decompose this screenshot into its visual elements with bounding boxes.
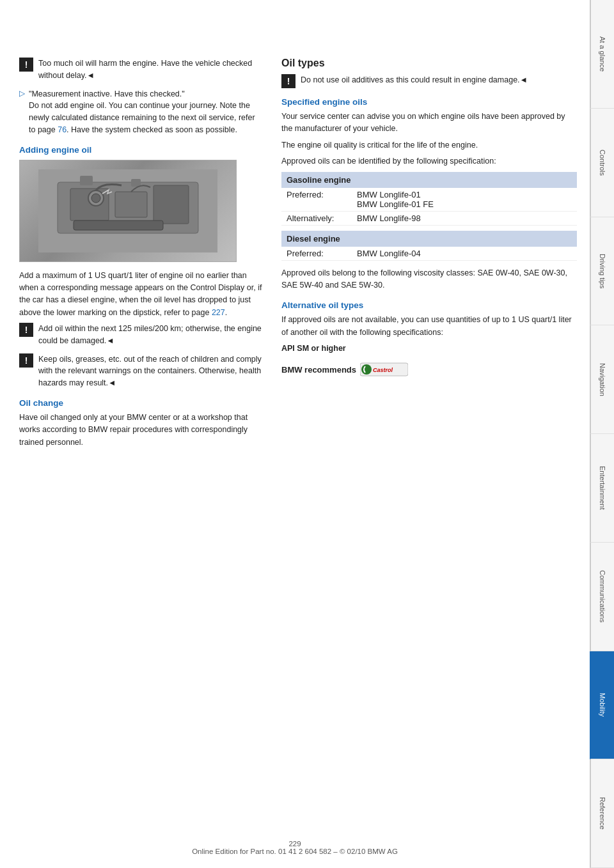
- diesel-table-header: Diesel engine: [281, 231, 577, 247]
- warning-text-1: Too much oil will harm the engine. Have …: [38, 58, 262, 82]
- alternative-oil-heading: Alternative oil types: [281, 300, 577, 310]
- warning-text-2: Add oil within the next 125 miles/200 km…: [38, 323, 262, 347]
- bullet-content: "Measurement inactive. Have this checked…: [29, 88, 262, 136]
- gasoline-row-alternatively: Alternatively: BMW Longlife-98: [281, 212, 577, 226]
- gasoline-alternatively-value: BMW Longlife-98: [357, 213, 572, 223]
- warning-oil-additives: ! Do not use oil additives as this could…: [281, 74, 577, 88]
- sidebar-item-at-a-glance[interactable]: At a glance: [590, 0, 614, 109]
- svg-rect-9: [131, 179, 141, 187]
- oil-change-heading: Oil change: [19, 398, 262, 408]
- gasoline-row-preferred: Preferred: BMW Longlife-01BMW Longlife-0…: [281, 188, 577, 212]
- warning-icon-2: !: [19, 323, 33, 337]
- sidebar-item-controls[interactable]: Controls: [590, 109, 614, 217]
- warning-icon-1: !: [19, 58, 33, 72]
- page-ref-76[interactable]: 76: [58, 125, 67, 134]
- specified-oils-heading: Specified engine oils: [281, 97, 577, 107]
- gasoline-table: Gasoline engine Preferred: BMW Longlife-…: [281, 172, 577, 226]
- warning-too-much-oil: ! Too much oil will harm the engine. Hav…: [19, 58, 262, 82]
- gasoline-table-header: Gasoline engine: [281, 172, 577, 188]
- diesel-row-preferred: Preferred: BMW Longlife-04: [281, 247, 577, 261]
- svg-rect-4: [154, 185, 189, 224]
- bullet-body: Do not add engine oil. You can continue …: [29, 101, 255, 134]
- bmw-recommends-label: BMW recommends: [281, 365, 356, 375]
- specified-body-2: The engine oil quality is critical for t…: [281, 139, 577, 151]
- svg-point-6: [91, 194, 100, 203]
- svg-point-11: [361, 364, 372, 375]
- warning-icon-4: !: [281, 74, 295, 88]
- page-number: 229: [288, 840, 301, 848]
- api-spec: API SM or higher: [281, 343, 577, 355]
- svg-rect-8: [80, 176, 93, 185]
- warning-icon-3: !: [19, 353, 33, 368]
- sidebar-item-mobility[interactable]: Mobility: [590, 651, 614, 760]
- warning-text-4: Do not use oil additives as this could r…: [301, 74, 528, 86]
- diesel-preferred-label: Preferred:: [287, 249, 357, 258]
- oil-types-heading: Oil types: [281, 58, 577, 69]
- page-footer: 229 Online Edition for Part no. 01 41 2 …: [0, 840, 590, 855]
- diesel-table: Diesel engine Preferred: BMW Longlife-04: [281, 231, 577, 261]
- alternative-body: If approved oils are not available, you …: [281, 314, 577, 339]
- castrol-logo-svg: Castrol: [360, 361, 408, 378]
- gasoline-preferred-value: BMW Longlife-01BMW Longlife-01 FE: [357, 190, 572, 209]
- gasoline-preferred-label: Preferred:: [287, 190, 357, 209]
- sidebar-item-communications[interactable]: Communications: [590, 543, 614, 651]
- castrol-logo: Castrol: [360, 361, 408, 378]
- diesel-preferred-value: BMW Longlife-04: [357, 249, 572, 258]
- warning-text-3: Keep oils, greases, etc. out of the reac…: [38, 353, 262, 389]
- sidebar-item-driving-tips[interactable]: Driving tips: [590, 217, 614, 326]
- warning-add-oil: ! Add oil within the next 125 miles/200 …: [19, 323, 262, 347]
- engine-image-inner: [20, 160, 236, 261]
- engine-illustration: [38, 169, 217, 252]
- sidebar: At a glance Controls Driving tips Naviga…: [590, 0, 614, 868]
- svg-rect-7: [74, 221, 163, 230]
- left-column: ! Too much oil will harm the engine. Hav…: [19, 19, 262, 453]
- oil-change-body: Have oil changed only at your BMW center…: [19, 412, 262, 449]
- specified-body-1: Your service center can advise you on wh…: [281, 111, 577, 136]
- bullet-arrow-icon: ▷: [19, 89, 25, 98]
- footer-text: Online Edition for Part no. 01 41 2 604 …: [192, 848, 398, 855]
- specified-body-3: Approved oils can be identified by the f…: [281, 155, 577, 167]
- svg-rect-3: [115, 192, 147, 217]
- svg-text:Castrol: Castrol: [373, 367, 393, 373]
- bullet-label: "Measurement inactive. Have this checked…: [29, 89, 185, 98]
- oil-change-section: Oil change Have oil changed only at your…: [19, 398, 262, 449]
- sidebar-item-reference[interactable]: Reference: [590, 759, 614, 868]
- main-content: ! Too much oil will harm the engine. Hav…: [0, 0, 590, 491]
- bullet-measurement-inactive: ▷ "Measurement inactive. Have this check…: [19, 88, 262, 136]
- warning-keep-oils: ! Keep oils, greases, etc. out of the re…: [19, 353, 262, 389]
- sidebar-item-navigation[interactable]: Navigation: [590, 325, 614, 434]
- add-oil-body: Add a maximum of 1 US quart/1 liter of e…: [19, 270, 262, 320]
- adding-oil-heading: Adding engine oil: [19, 145, 262, 155]
- gasoline-alternatively-label: Alternatively:: [287, 213, 357, 223]
- sidebar-item-entertainment[interactable]: Entertainment: [590, 434, 614, 543]
- right-column: Oil types ! Do not use oil additives as …: [275, 19, 577, 453]
- page-ref-227[interactable]: 227: [212, 308, 225, 317]
- bmw-recommends: BMW recommends Castrol: [281, 361, 577, 378]
- viscosity-body: Approved oils belong to the following vi…: [281, 267, 577, 292]
- engine-image: [19, 160, 237, 262]
